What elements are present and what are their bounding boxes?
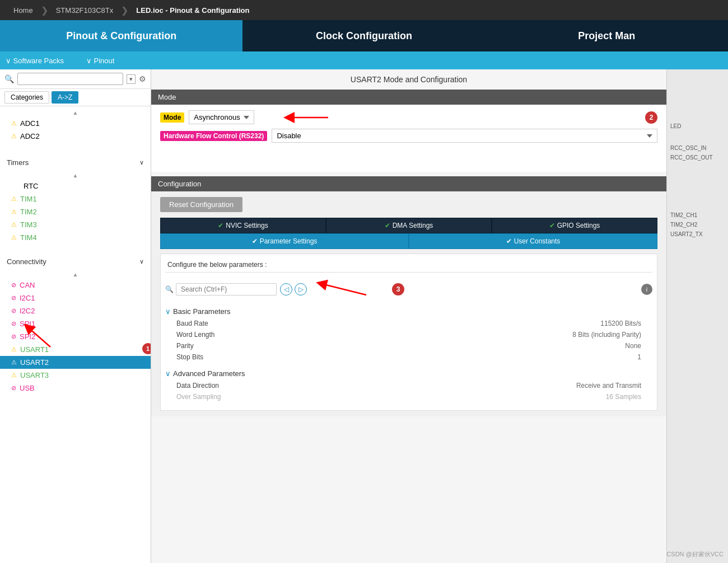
sidebar-item-usart3[interactable]: ⚠ USART3: [0, 369, 151, 382]
timers-chevron: ∨: [139, 159, 144, 166]
tim3-label: TIM3: [20, 220, 37, 229]
nav-current[interactable]: LED.ioc - Pinout & Configuration: [128, 0, 257, 20]
connectivity-chevron: ∨: [139, 258, 144, 265]
tab-nvic[interactable]: ✔ NVIC Settings: [160, 218, 326, 233]
sub-header: ∨ Software Packs ∨ Pinout: [0, 51, 728, 69]
far-right-usart2-tx: USART2_TX: [670, 231, 703, 237]
config-tabs-row1: ✔ NVIC Settings ✔ DMA Settings ✔ GPIO Se…: [160, 218, 657, 233]
far-right-rcc-osc-in: RCC_OSC_IN: [670, 145, 706, 151]
disabled-icon-spi2: ⊘: [11, 333, 16, 340]
scroll-connectivity-up[interactable]: ▲: [0, 270, 151, 279]
basic-params-header[interactable]: ∨ Basic Parameters: [165, 305, 652, 318]
mode-container: Mode Asynchronous: [151, 105, 666, 172]
advanced-params-header[interactable]: ∨ Advanced Parameters: [165, 367, 652, 380]
data-direction-value: Receive and Transmit: [576, 382, 641, 390]
nav-mcu[interactable]: STM32F103C8Tx: [48, 0, 122, 20]
section-timers[interactable]: Timers ∨: [0, 154, 151, 171]
warn-icon-tim2: ⚠: [11, 208, 17, 215]
param-nav: ◁ ▷: [280, 283, 307, 295]
info-icon[interactable]: i: [641, 284, 652, 295]
param-nav-next[interactable]: ▷: [295, 283, 307, 295]
param-over-sampling: Over Sampling 16 Samples: [165, 391, 652, 402]
timers-label: Timers: [7, 158, 29, 167]
sidebar-item-tim2[interactable]: ⚠ TIM2: [0, 205, 151, 218]
adc2-label: ADC2: [20, 132, 40, 140]
param-label: Parameter Settings: [260, 237, 318, 245]
tab-user-constants[interactable]: ✔ User Constants: [409, 233, 657, 249]
basic-params-label: Basic Parameters: [173, 307, 231, 316]
sidebar-item-tim3[interactable]: ⚠ TIM3: [0, 218, 151, 231]
config-tabs-row2: ✔ Parameter Settings ✔ User Constants: [160, 233, 657, 249]
watermark: CSDN @好家伙VCC: [666, 550, 724, 559]
panel-title: USART2 Mode and Configuration: [151, 69, 666, 90]
param-data-direction: Data Direction Receive and Transmit: [165, 380, 652, 391]
sidebar-item-i2c1[interactable]: ⊘ I2C1: [0, 292, 151, 304]
sidebar-item-can[interactable]: ⊘ CAN: [0, 279, 151, 292]
data-direction-name: Data Direction: [176, 382, 576, 390]
scroll-up-indicator[interactable]: ▲: [0, 109, 151, 117]
mode-select[interactable]: Asynchronous: [189, 110, 254, 124]
gear-icon[interactable]: ⚙: [139, 74, 146, 83]
i2c1-label: I2C1: [20, 294, 35, 302]
param-header: Configure the below parameters :: [165, 257, 652, 273]
search-icon[interactable]: 🔍: [4, 74, 14, 83]
sidebar-item-spi2[interactable]: ⊘ SPI2: [0, 330, 151, 343]
content-wrapper: USART2 Mode and Configuration Mode Mode …: [151, 69, 728, 563]
annotation-3: 3: [392, 283, 404, 295]
tab-dma[interactable]: ✔ DMA Settings: [326, 218, 492, 233]
disabled-icon-usb: ⊘: [11, 384, 16, 392]
warn-icon-tim1: ⚠: [11, 195, 17, 203]
sidebar-item-rtc[interactable]: RTC: [0, 180, 151, 193]
tab-categories[interactable]: Categories: [4, 91, 49, 104]
word-length-value: 8 Bits (including Parity): [572, 331, 641, 339]
parity-value: None: [625, 342, 641, 350]
search-input[interactable]: [17, 73, 123, 85]
sidebar-item-usart1[interactable]: ⚠ USART1: [0, 343, 151, 356]
main-layout: 🔍 ▾ ⚙ Categories A->Z ▲ ⚠ ADC1 ⚠ ADC2: [0, 69, 728, 563]
sidebar-item-spi1[interactable]: ⊘ SPI1: [0, 317, 151, 330]
param-search-row: 🔍 ◁ ▷: [165, 276, 652, 305]
hw-flow-select[interactable]: Disable: [272, 129, 657, 143]
param-search-input[interactable]: [176, 283, 277, 295]
param-baud-rate: Baud Rate 115200 Bits/s: [165, 318, 652, 329]
param-nav-prev[interactable]: ◁: [280, 283, 292, 295]
software-packs-menu[interactable]: ∨ Software Packs: [6, 57, 64, 65]
sidebar-item-adc1[interactable]: ⚠ ADC1: [0, 117, 151, 130]
sidebar-item-usart2[interactable]: ⚠ USART2: [0, 356, 151, 369]
tab-az[interactable]: A->Z: [52, 91, 78, 104]
far-right-led: LED: [670, 123, 681, 129]
far-right-tim2-ch2: TIM2_CH2: [670, 222, 697, 228]
nav-sep-2: ❯: [121, 5, 128, 16]
section-connectivity[interactable]: Connectivity ∨: [0, 253, 151, 270]
disabled-icon-i2c2: ⊘: [11, 307, 16, 315]
pinout-menu[interactable]: ∨ Pinout: [86, 57, 114, 65]
sidebar-item-adc2[interactable]: ⚠ ADC2: [0, 130, 151, 143]
rtc-label: RTC: [24, 182, 38, 190]
tab-clock[interactable]: Clock Configuration: [242, 20, 485, 51]
param-word-length: Word Length 8 Bits (including Parity): [165, 329, 652, 340]
sidebar-item-tim1[interactable]: ⚠ TIM1: [0, 193, 151, 205]
sidebar-item-usb[interactable]: ⊘ USB: [0, 382, 151, 395]
hw-flow-row: Hardware Flow Control (RS232) Disable: [160, 129, 657, 143]
scroll-timers-up[interactable]: ▲: [0, 171, 151, 180]
tab-param-settings[interactable]: ✔ Parameter Settings: [160, 233, 409, 249]
tab-gpio[interactable]: ✔ GPIO Settings: [492, 218, 657, 233]
nvic-label: NVIC Settings: [226, 222, 268, 229]
disabled-icon-spi1: ⊘: [11, 320, 16, 327]
sidebar: 🔍 ▾ ⚙ Categories A->Z ▲ ⚠ ADC1 ⚠ ADC2: [0, 69, 151, 563]
search-dropdown[interactable]: ▾: [127, 74, 136, 84]
spi2-label: SPI2: [20, 332, 35, 341]
advanced-params-label: Advanced Parameters: [173, 369, 245, 378]
sidebar-item-i2c2[interactable]: ⊘ I2C2: [0, 304, 151, 317]
can-label: CAN: [20, 281, 35, 289]
reset-config-button[interactable]: Reset Configuration: [160, 197, 242, 212]
tab-project[interactable]: Project Man: [486, 20, 728, 51]
over-sampling-name: Over Sampling: [176, 393, 606, 401]
tim2-label: TIM2: [20, 208, 37, 216]
sidebar-item-tim4[interactable]: ⚠ TIM4: [0, 231, 151, 244]
tab-pinout[interactable]: Pinout & Configuration: [0, 20, 242, 51]
disabled-icon-can: ⊘: [11, 282, 16, 289]
nav-home[interactable]: Home: [6, 0, 41, 20]
basic-params-group: ∨ Basic Parameters Baud Rate 115200 Bits…: [165, 305, 652, 363]
arrow-3-svg: [310, 278, 389, 301]
